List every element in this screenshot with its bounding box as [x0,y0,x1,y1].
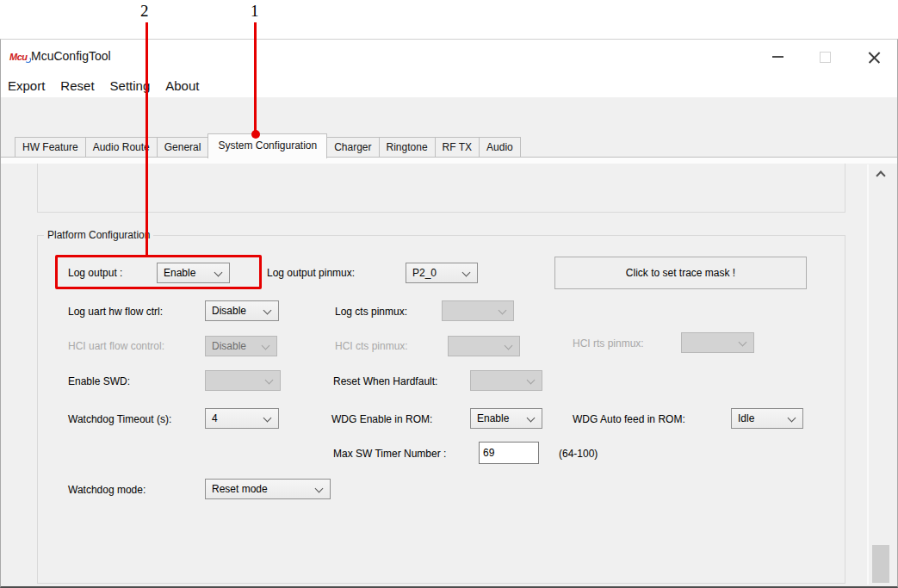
tab-charger[interactable]: Charger [326,137,379,158]
wdg-enable-in-rom-value: Enable [477,412,509,424]
hci-uart-flow-control-value: Disable [212,340,246,352]
trace-mask-button[interactable]: Click to set trace mask ! [554,257,807,289]
tab-system-configuration[interactable]: System Configuration [207,133,327,158]
watchdog-mode-label: Watchdog mode: [68,484,146,496]
menu-item-setting[interactable]: Setting [110,78,151,93]
title-bar: Mcu McuConfigTool [1,40,897,74]
chevron-down-icon [315,485,324,493]
enable-swd-label: Enable SWD: [68,375,130,387]
hci-cts-pinmux-select [448,336,520,356]
maximize-icon [820,52,831,63]
chevron-down-icon [788,414,796,423]
menu-item-reset[interactable]: Reset [60,78,94,93]
tab-general[interactable]: General [157,137,209,158]
hci-cts-pinmux-label: HCI cts pinmux: [335,340,408,352]
chevron-down-icon [462,269,471,277]
reset-when-hardfault-label: Reset When Hardfault: [333,375,437,387]
chevron-down-icon [263,306,272,315]
log-uart-hw-flow-ctrl-select[interactable]: Disable [205,300,279,321]
log-cts-pinmux-label: Log cts pinmux: [335,306,407,318]
hci-rts-pinmux-select [681,332,754,353]
chevron-down-icon [265,376,274,385]
log-output-pinmux-select[interactable]: P2_0 [406,263,478,283]
menu-item-export[interactable]: Export [8,78,45,93]
close-icon [868,51,881,64]
chevron-down-icon [527,414,536,423]
tab-hw-feature[interactable]: HW Feature [15,137,86,158]
wdg-auto-feed-in-rom-select[interactable]: Idle [731,408,803,429]
chevron-up-icon [876,170,885,180]
log-uart-hw-flow-ctrl-label: Log uart hw flow ctrl: [68,306,163,318]
hci-rts-pinmux-label: HCI rts pinmux: [573,337,644,350]
chevron-down-icon [263,414,272,423]
wdg-enable-in-rom-select[interactable]: Enable [470,408,542,429]
window-title: McuConfigTool [31,49,111,63]
max-sw-timer-range-hint: (64-100) [559,448,598,460]
enable-swd-select [205,370,281,391]
max-sw-timer-label: Max SW Timer Number : [333,448,446,460]
callout-line-2 [146,22,148,255]
watchdog-timeout-value: 4 [212,412,218,424]
reset-when-hardfault-select [470,370,542,391]
callout-highlight-rect-2 [55,255,262,289]
hci-uart-flow-control-label: HCI uart flow control: [68,340,164,352]
close-button[interactable] [863,47,885,66]
chevron-down-icon [499,306,507,315]
wdg-auto-feed-in-rom-value: Idle [738,412,754,424]
app-logo-icon: Mcu [9,52,28,62]
callout-dot-1 [251,130,260,139]
vertical-scrollbar[interactable] [867,164,893,585]
log-output-pinmux-label: Log output pinmux: [267,267,355,279]
callout-label-2: 2 [140,2,149,21]
watchdog-timeout-select[interactable]: 4 [205,408,279,429]
log-output-pinmux-value: P2_0 [412,267,437,279]
tab-ringtone[interactable]: Ringtone [379,137,436,158]
log-cts-pinmux-select [442,300,514,321]
watchdog-mode-select[interactable]: Reset mode [205,479,331,499]
max-sw-timer-input[interactable] [479,442,539,464]
menu-bar: Export Reset Setting About [1,74,897,97]
wdg-auto-feed-in-rom-label: WDG Auto feed in ROM: [573,413,685,425]
chevron-down-icon [739,338,747,347]
tab-rf-tx[interactable]: RF TX [435,137,480,158]
log-uart-hw-flow-ctrl-value: Disable [212,305,246,317]
tab-pane-edge [1,157,897,164]
maximize-button[interactable] [814,47,836,66]
tab-audio[interactable]: Audio [479,137,521,158]
watchdog-mode-value: Reset mode [212,483,268,495]
app-window: Mcu McuConfigTool Export Reset Setting A… [0,39,898,588]
callout-line-1 [254,22,257,132]
scrollbar-thumb[interactable] [872,545,889,583]
minimize-icon [772,56,783,58]
chevron-down-icon [527,376,536,385]
scrollbar-up-button[interactable] [869,166,893,182]
menu-item-about[interactable]: About [165,78,199,93]
callout-label-1: 1 [251,2,259,21]
chevron-down-icon [262,342,270,350]
tab-page-content: HW Feature Audio Route General System Co… [1,97,897,586]
wdg-enable-in-rom-label: WDG Enable in ROM: [331,413,432,425]
watchdog-timeout-label: Watchdog Timeout (s): [68,413,171,425]
scrolled-groupbox-partial [37,164,845,213]
tab-bar: HW Feature Audio Route General System Co… [15,137,520,158]
chevron-down-icon [505,342,513,350]
platform-configuration-group-title: Platform Configuration [44,229,153,241]
hci-uart-flow-control-select: Disable [205,336,277,356]
minimize-button[interactable] [766,47,789,66]
